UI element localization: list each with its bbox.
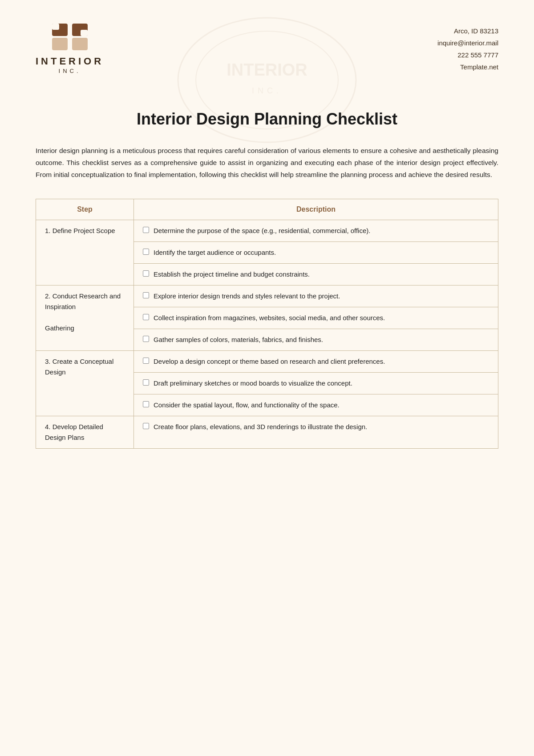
svg-rect-3 — [72, 38, 88, 50]
logo-icon — [50, 21, 90, 52]
checkbox[interactable] — [143, 336, 149, 342]
step-cell: 1. Define Project Scope — [36, 220, 134, 285]
svg-text:INTERIOR: INTERIOR — [227, 60, 307, 79]
checkbox[interactable] — [143, 249, 149, 255]
desc-text: Collect inspiration from magazines, webs… — [154, 313, 489, 323]
desc-cell: Identify the target audience or occupant… — [134, 241, 498, 263]
checkbox[interactable] — [143, 358, 149, 364]
table-row: 3. Create a Conceptual DesignDevelop a d… — [36, 350, 498, 372]
email: inquire@interior.mail — [437, 37, 498, 49]
desc-text: Determine the purpose of the space (e.g.… — [154, 225, 489, 236]
desc-text: Consider the spatial layout, flow, and f… — [154, 400, 489, 410]
checkbox[interactable] — [143, 314, 149, 320]
desc-text: Develop a design concept or theme based … — [154, 356, 489, 367]
col-desc-header: Description — [134, 199, 498, 220]
page-title: Interior Design Planning Checklist — [36, 110, 498, 129]
checkbox[interactable] — [143, 270, 149, 277]
svg-rect-2 — [52, 38, 68, 50]
col-step-header: Step — [36, 199, 134, 220]
desc-cell: Develop a design concept or theme based … — [134, 350, 498, 372]
company-sub: INC. — [59, 68, 81, 74]
desc-cell: Create floor plans, elevations, and 3D r… — [134, 416, 498, 448]
svg-rect-5 — [81, 30, 88, 36]
checkbox[interactable] — [143, 401, 149, 407]
svg-rect-4 — [52, 24, 59, 30]
desc-cell: Establish the project timeline and budge… — [134, 263, 498, 285]
desc-cell: Consider the spatial layout, flow, and f… — [134, 394, 498, 416]
main-content: Interior Design Planning Checklist Inter… — [0, 83, 534, 475]
intro-text: Interior design planning is a meticulous… — [36, 145, 498, 181]
checkbox[interactable] — [143, 379, 149, 386]
website: Template.net — [437, 61, 498, 73]
table-row: 4. Develop Detailed Design PlansCreate f… — [36, 416, 498, 448]
table-row: 2. Conduct Research and InspirationGathe… — [36, 285, 498, 307]
desc-cell: Determine the purpose of the space (e.g.… — [134, 220, 498, 241]
desc-cell: Draft preliminary sketches or mood board… — [134, 372, 498, 394]
contact-info: Arco, ID 83213 inquire@interior.mail 222… — [437, 21, 498, 73]
desc-text: Gather samples of colors, materials, fab… — [154, 334, 489, 345]
header: INTERIOR INC. INTERIOR INC. Arco, ID 832… — [0, 0, 534, 83]
company-name: INTERIOR — [36, 56, 104, 67]
checkbox[interactable] — [143, 423, 149, 429]
desc-cell: Explore interior design trends and style… — [134, 285, 498, 307]
desc-cell: Collect inspiration from magazines, webs… — [134, 307, 498, 329]
desc-text: Identify the target audience or occupant… — [154, 247, 489, 258]
checklist-table: Step Description 1. Define Project Scope… — [36, 199, 498, 449]
checkbox[interactable] — [143, 292, 149, 298]
checkbox[interactable] — [143, 227, 149, 233]
desc-text: Draft preliminary sketches or mood board… — [154, 378, 489, 389]
page: INTERIOR INC. INTERIOR INC. Arco, ID 832… — [0, 0, 534, 756]
step-cell: 4. Develop Detailed Design Plans — [36, 416, 134, 448]
desc-cell: Gather samples of colors, materials, fab… — [134, 329, 498, 350]
desc-text: Explore interior design trends and style… — [154, 291, 489, 302]
desc-text: Create floor plans, elevations, and 3D r… — [154, 422, 489, 432]
logo-section: INTERIOR INC. — [36, 21, 104, 74]
address: Arco, ID 83213 — [437, 25, 498, 37]
table-row: 1. Define Project ScopeDetermine the pur… — [36, 220, 498, 241]
phone: 222 555 7777 — [437, 49, 498, 61]
desc-text: Establish the project timeline and budge… — [154, 269, 489, 280]
step-cell: 2. Conduct Research and InspirationGathe… — [36, 285, 134, 350]
step-cell: 3. Create a Conceptual Design — [36, 350, 134, 416]
